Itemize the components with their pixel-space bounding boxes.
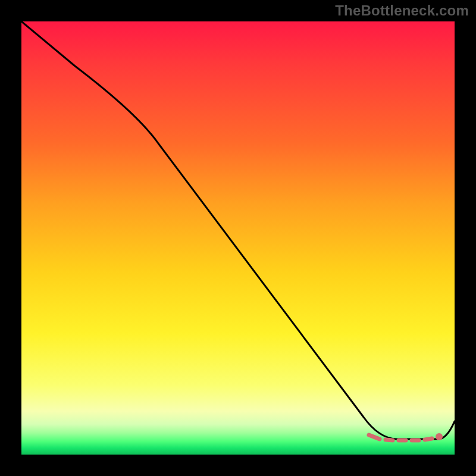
overlay-svg bbox=[21, 21, 455, 455]
plot-area bbox=[21, 21, 455, 455]
chart-frame: TheBottleneck.com bbox=[0, 0, 476, 476]
bottleneck-curve bbox=[21, 21, 455, 439]
highlight-end-dot bbox=[436, 433, 443, 440]
highlight-dash bbox=[425, 439, 432, 440]
watermark-text: TheBottleneck.com bbox=[335, 2, 469, 19]
highlight-dash bbox=[369, 435, 380, 439]
highlight-dash bbox=[386, 440, 393, 440]
